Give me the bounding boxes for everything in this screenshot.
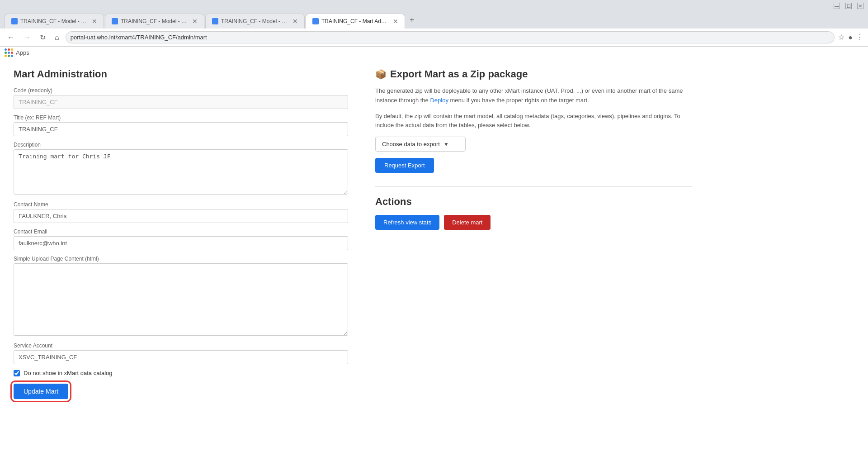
window-controls: — ☐ ✕: [834, 3, 863, 9]
title-input[interactable]: [14, 122, 348, 136]
minimize-button[interactable]: —: [834, 3, 840, 9]
tab-title-4: TRAINING_CF - Mart Administra...: [321, 18, 390, 24]
browser-tab-1[interactable]: TRAINING_CF - Model - Edit ✕: [5, 14, 104, 29]
export-dropdown-wrapper: Choose data to export ▼: [375, 137, 692, 152]
export-title-text: Export Mart as a Zip package: [390, 68, 528, 80]
forward-button[interactable]: →: [21, 33, 33, 43]
html-content-textarea[interactable]: [14, 263, 348, 336]
catalog-checkbox-label[interactable]: Do not show in xMart data catalog: [24, 370, 113, 376]
dropdown-arrow-icon: ▼: [443, 141, 449, 147]
contact-email-input[interactable]: [14, 236, 348, 250]
tab-favicon-2: [112, 18, 118, 24]
browser-tab-4[interactable]: TRAINING_CF - Mart Administra... ✕: [306, 14, 405, 29]
service-account-label: Service Account: [14, 342, 348, 349]
close-button[interactable]: ✕: [857, 3, 863, 9]
browser-chrome: — ☐ ✕ TRAINING_CF - Model - Edit ✕ TRAIN…: [0, 0, 868, 59]
contact-name-group: Contact Name: [14, 201, 348, 223]
home-button[interactable]: ⌂: [52, 33, 62, 43]
contact-name-label: Contact Name: [14, 201, 348, 208]
back-button[interactable]: ←: [5, 33, 17, 43]
title-label: Title (ex: REF Mart): [14, 114, 348, 121]
actions-title: Actions: [375, 196, 692, 208]
export-dropdown[interactable]: Choose data to export ▼: [375, 137, 466, 152]
delete-mart-button[interactable]: Delete mart: [444, 215, 491, 230]
code-label: Code (readonly): [14, 87, 348, 94]
right-panel: 📦 Export Mart as a Zip package The gener…: [375, 68, 692, 457]
browser-tab-3[interactable]: TRAINING_CF - Model - Edit ✕: [205, 14, 305, 29]
deploy-link[interactable]: Deploy: [430, 97, 448, 104]
export-description-2: By default, the zip will contain the mar…: [375, 112, 692, 131]
export-desc-text-2: menu if you have the proper rights on th…: [450, 97, 589, 104]
address-input[interactable]: [66, 31, 835, 43]
html-content-group: Simple Upload Page Content (html): [14, 256, 348, 337]
contact-name-input[interactable]: [14, 209, 348, 223]
tab-favicon-4: [312, 18, 319, 24]
apps-grid-icon[interactable]: [5, 48, 13, 57]
checkbox-row: Do not show in xMart data catalog: [14, 370, 348, 376]
export-title: 📦 Export Mart as a Zip package: [375, 68, 692, 80]
menu-icon[interactable]: ⋮: [856, 33, 863, 42]
tab-close-2[interactable]: ✕: [192, 18, 198, 25]
tab-close-4[interactable]: ✕: [393, 18, 398, 25]
tab-title-2: TRAINING_CF - Model - Edit: [121, 18, 189, 24]
page-content: Mart Administration Code (readonly) Titl…: [0, 59, 868, 466]
divider: [375, 186, 692, 187]
catalog-checkbox[interactable]: [14, 370, 20, 376]
tab-favicon-1: [11, 18, 18, 24]
section-title: Mart Administration: [14, 68, 348, 80]
tab-favicon-3: [212, 18, 218, 24]
contact-email-group: Contact Email: [14, 228, 348, 250]
dropdown-text: Choose data to export: [382, 141, 440, 147]
address-bar-icons: ☆ ● ⋮: [838, 33, 863, 42]
refresh-view-stats-button[interactable]: Refresh view stats: [375, 215, 439, 230]
update-mart-button[interactable]: Update Mart: [14, 384, 68, 399]
request-export-button[interactable]: Request Export: [375, 158, 434, 173]
export-icon: 📦: [375, 69, 387, 80]
left-panel: Mart Administration Code (readonly) Titl…: [14, 68, 348, 457]
maximize-button[interactable]: ☐: [845, 3, 852, 9]
tab-close-1[interactable]: ✕: [92, 18, 97, 25]
code-input[interactable]: [14, 95, 348, 109]
html-content-label: Simple Upload Page Content (html): [14, 256, 348, 262]
tab-title-1: TRAINING_CF - Model - Edit: [20, 18, 89, 24]
service-account-group: Service Account: [14, 342, 348, 364]
apps-bar: Apps: [0, 47, 868, 59]
apps-label[interactable]: Apps: [16, 49, 29, 56]
description-textarea[interactable]: Training mart for Chris JF: [14, 149, 348, 195]
address-bar-row: ← → ↻ ⌂ ☆ ● ⋮: [0, 29, 868, 47]
export-description-1: The generated zip will be deployable to …: [375, 86, 692, 105]
description-group: Description Training mart for Chris JF: [14, 142, 348, 196]
profile-icon[interactable]: ●: [848, 33, 853, 42]
action-buttons: Refresh view stats Delete mart: [375, 215, 692, 230]
tab-bar: TRAINING_CF - Model - Edit ✕ TRAINING_CF…: [0, 12, 868, 29]
tab-title-3: TRAINING_CF - Model - Edit: [221, 18, 290, 24]
contact-email-label: Contact Email: [14, 228, 348, 235]
browser-tab-2[interactable]: TRAINING_CF - Model - Edit ✕: [105, 14, 204, 29]
title-bar: — ☐ ✕: [0, 0, 868, 12]
code-group: Code (readonly): [14, 87, 348, 109]
service-account-input[interactable]: [14, 350, 348, 364]
new-tab-button[interactable]: +: [406, 12, 418, 29]
tab-close-3[interactable]: ✕: [292, 18, 298, 25]
bookmark-icon[interactable]: ☆: [838, 33, 844, 42]
reload-button[interactable]: ↻: [37, 32, 48, 43]
description-label: Description: [14, 142, 348, 148]
title-group: Title (ex: REF Mart): [14, 114, 348, 136]
